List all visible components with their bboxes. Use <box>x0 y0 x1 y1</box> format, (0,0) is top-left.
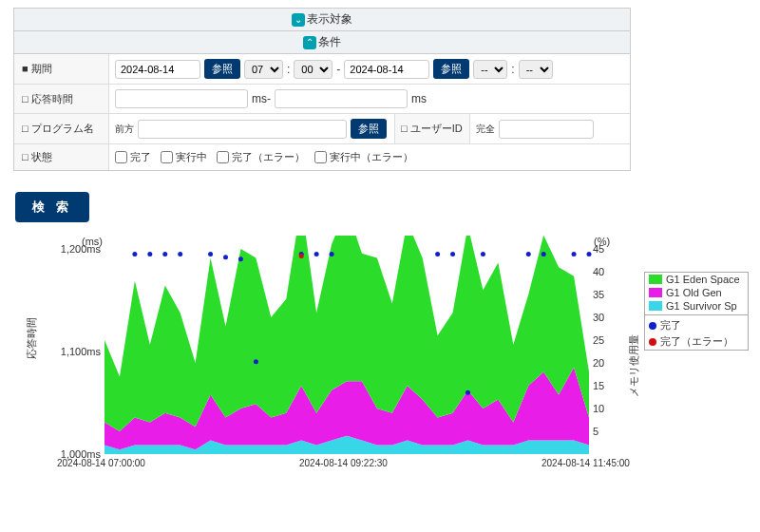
xtick: 2024-08-14 09:22:30 <box>299 458 388 468</box>
search-button[interactable]: 検 索 <box>15 192 89 222</box>
right-axis-label: メモリ使用量 <box>627 334 641 397</box>
program-input[interactable] <box>138 120 347 139</box>
svg-point-4 <box>208 252 213 256</box>
userid-input[interactable] <box>499 120 594 139</box>
svg-point-12 <box>450 252 455 256</box>
userid-label: □ ユーザーID <box>394 114 470 143</box>
hour-to-select[interactable]: -- <box>473 60 507 79</box>
svg-point-16 <box>542 252 546 256</box>
status-running-err-check[interactable]: 実行中（エラー） <box>314 150 413 164</box>
legend-swatch-old <box>649 288 662 297</box>
chevron-up-icon: ⌃ <box>303 36 316 49</box>
ytick-left: 1,100ms <box>53 346 101 357</box>
legend-done: 完了 <box>660 318 681 332</box>
section-display-target-label: 表示対象 <box>307 12 352 26</box>
chevron-down-icon: ⌄ <box>292 13 305 27</box>
xtick: 2024-08-14 11:45:00 <box>542 458 630 468</box>
svg-point-9 <box>314 252 319 256</box>
svg-point-17 <box>572 252 577 256</box>
chart-area: (ms) (%) 応答時間 メモリ使用量 G1 Eden Space G1 Ol… <box>10 236 750 492</box>
svg-point-3 <box>178 252 182 256</box>
ref-button-to[interactable]: 参照 <box>433 59 469 79</box>
svg-point-18 <box>587 252 592 256</box>
date-from-input[interactable] <box>115 60 200 79</box>
min-from-select[interactable]: 00 <box>294 60 332 79</box>
status-label: □ 状態 <box>14 144 109 170</box>
status-running-check[interactable]: 実行中 <box>161 150 207 164</box>
section-conditions-label: 条件 <box>318 35 341 48</box>
date-to-input[interactable] <box>344 60 429 79</box>
svg-point-19 <box>299 254 304 258</box>
ytick-right: 5 <box>593 426 598 437</box>
response-from-input[interactable] <box>115 89 248 108</box>
section-conditions[interactable]: ⌃条件 <box>14 31 630 54</box>
response-label: □ 応答時間 <box>14 85 109 113</box>
legend: G1 Eden Space G1 Old Gen G1 Survivor Sp … <box>644 272 749 351</box>
program-label: □ プログラム名 <box>14 114 109 143</box>
legend-dot-err <box>649 338 656 346</box>
legend-old: G1 Old Gen <box>666 287 722 298</box>
svg-point-10 <box>330 252 334 256</box>
response-to-input[interactable] <box>275 89 408 108</box>
ref-button-from[interactable]: 参照 <box>204 59 240 79</box>
legend-swatch-surv <box>649 301 662 311</box>
svg-point-0 <box>132 252 137 256</box>
ytick-right: 30 <box>593 312 604 323</box>
legend-surv: G1 Survivor Sp <box>666 300 737 312</box>
svg-point-1 <box>147 252 152 256</box>
svg-point-11 <box>435 252 440 256</box>
userid-prefix: 完全 <box>476 123 495 136</box>
legend-dot-done <box>649 322 656 330</box>
ytick-right: 10 <box>593 403 604 414</box>
program-prefix: 前方 <box>115 123 134 136</box>
legend-eden: G1 Eden Space <box>666 274 740 285</box>
ms-suffix: ms <box>411 92 427 105</box>
svg-point-13 <box>466 390 470 395</box>
legend-done-err: 完了（エラー） <box>660 334 733 349</box>
ytick-right: 15 <box>593 380 604 391</box>
ytick-right: 25 <box>593 334 604 346</box>
chart-svg <box>10 236 618 483</box>
ytick-right: 20 <box>593 357 604 369</box>
xtick: 2024-08-14 07:00:00 <box>57 458 145 468</box>
ms-sep: ms- <box>252 92 271 105</box>
status-done-check[interactable]: 完了 <box>115 150 151 164</box>
hour-from-select[interactable]: 07 <box>244 60 283 79</box>
min-to-select[interactable]: -- <box>519 60 553 79</box>
svg-point-15 <box>526 252 531 256</box>
ytick-right: 45 <box>593 243 604 255</box>
program-ref-button[interactable]: 参照 <box>351 119 387 139</box>
ytick-right: 40 <box>593 266 604 277</box>
ytick-right: 35 <box>593 289 604 300</box>
svg-point-6 <box>238 256 243 261</box>
period-label: ■ 期間 <box>14 54 109 84</box>
legend-swatch-eden <box>649 275 662 284</box>
svg-point-14 <box>481 252 485 256</box>
svg-point-2 <box>162 252 167 256</box>
svg-point-5 <box>223 255 228 259</box>
svg-point-7 <box>254 359 258 364</box>
ytick-left: 1,200ms <box>53 243 101 255</box>
status-done-err-check[interactable]: 完了（エラー） <box>217 150 305 164</box>
section-display-target[interactable]: ⌄表示対象 <box>14 9 630 31</box>
filter-panel: ⌄表示対象 ⌃条件 ■ 期間 参照 07: 00 - 参照 --: -- □ 応… <box>13 8 631 171</box>
